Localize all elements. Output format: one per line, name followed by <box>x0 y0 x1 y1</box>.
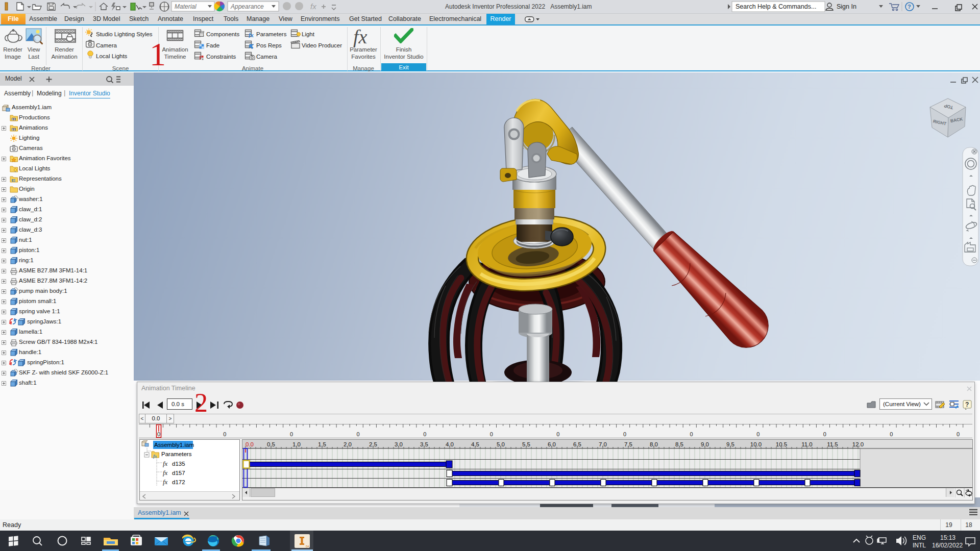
svg-text:0: 0 <box>157 431 160 437</box>
svg-text:0: 0 <box>290 431 293 437</box>
svg-text:7.0: 7.0 <box>599 441 607 447</box>
svg-text:?: ? <box>908 4 911 10</box>
svg-text:INTL: INTL <box>913 542 926 549</box>
svg-text:6.0: 6.0 <box>548 441 556 447</box>
svg-text:0.5: 0.5 <box>267 441 275 447</box>
svg-text:4.5: 4.5 <box>471 441 479 447</box>
svg-text:9.0: 9.0 <box>701 441 709 447</box>
svg-text:DA: DA <box>306 545 310 548</box>
svg-text:fx: fx <box>249 32 254 38</box>
svg-text:8.5: 8.5 <box>675 441 683 447</box>
svg-text:7.5: 7.5 <box>624 441 632 447</box>
svg-text:2.5: 2.5 <box>369 441 377 447</box>
svg-text:12.0: 12.0 <box>852 441 864 447</box>
svg-text:Material: Material <box>175 3 197 10</box>
svg-text:1.5: 1.5 <box>318 441 326 447</box>
svg-text:10.0: 10.0 <box>750 441 762 447</box>
svg-text:0: 0 <box>756 431 760 437</box>
svg-text:5.5: 5.5 <box>522 441 530 447</box>
svg-text:4.0: 4.0 <box>446 441 454 447</box>
svg-text:Sign In: Sign In <box>837 3 856 10</box>
svg-text:0: 0 <box>357 431 360 437</box>
svg-text:fx: fx <box>310 2 316 11</box>
svg-text:6.5: 6.5 <box>573 441 581 447</box>
svg-text:11.5: 11.5 <box>827 441 838 447</box>
svg-text:Search Help & Commands...: Search Help & Commands... <box>736 3 816 10</box>
svg-text:3.0: 3.0 <box>395 441 403 447</box>
svg-text:0: 0 <box>823 431 826 437</box>
svg-text:fx: fx <box>153 454 157 459</box>
svg-text:0.0: 0.0 <box>246 441 254 447</box>
svg-text:0: 0 <box>490 431 493 437</box>
svg-text:16/02/2022: 16/02/2022 <box>932 542 963 549</box>
svg-text:0: 0 <box>223 431 226 437</box>
svg-text:Appearance: Appearance <box>230 3 264 10</box>
svg-text:0: 0 <box>423 431 426 437</box>
svg-text:10.5: 10.5 <box>776 441 787 447</box>
svg-text:0: 0 <box>957 431 960 437</box>
svg-text:15:13: 15:13 <box>940 534 955 541</box>
svg-text:0: 0 <box>890 431 893 437</box>
svg-text:11.0: 11.0 <box>801 441 813 447</box>
svg-text:0: 0 <box>556 431 559 437</box>
svg-text:8.0: 8.0 <box>650 441 658 447</box>
svg-text:9.5: 9.5 <box>726 441 734 447</box>
svg-text:0: 0 <box>690 431 693 437</box>
svg-text:?: ? <box>965 401 969 408</box>
svg-text:5.0: 5.0 <box>497 441 505 447</box>
svg-text:ENG: ENG <box>913 534 926 541</box>
svg-text:2.0: 2.0 <box>344 441 352 447</box>
svg-text:1.0: 1.0 <box>292 441 301 447</box>
svg-text:0: 0 <box>623 431 626 437</box>
svg-text:3.5: 3.5 <box>420 441 428 447</box>
